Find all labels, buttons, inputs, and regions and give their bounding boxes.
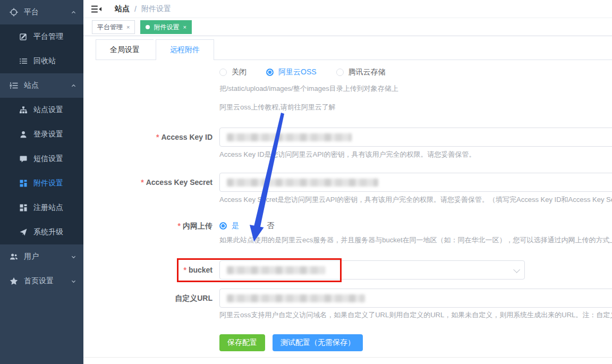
sidebar-item-site-settings[interactable]: 站点设置 (0, 98, 83, 122)
sidebar-section-platform[interactable]: 平台 (0, 0, 83, 24)
sidebar-section-site[interactable]: 站点 (0, 73, 83, 98)
message-icon (19, 155, 28, 163)
sidebar-item-label: 系统升级 (33, 227, 63, 237)
sidebar-item-label: 站点设置 (33, 105, 63, 115)
user-icon (19, 130, 28, 139)
tab-bar: 全局设置 远程附件 (96, 39, 612, 60)
tag-attachment-settings[interactable]: 附件设置 × (140, 20, 191, 34)
active-dot (146, 25, 150, 29)
access-key-secret-label: *Access Key Secret (83, 173, 212, 192)
tags-view-bar: 平台管理 × 附件设置 × (83, 19, 612, 36)
redacted-value (227, 133, 352, 141)
intranet-upload-help: 如果此站点使用的是阿里云ecs服务器，并且服务器与bucket在同一地区（如：同… (219, 235, 612, 245)
radio-icon (219, 222, 227, 230)
sidebar-item-register-site[interactable]: 注册站点 (0, 196, 83, 220)
access-key-id-input[interactable] (219, 128, 612, 147)
required-asterisk: * (183, 266, 186, 274)
access-key-id-label: *Access Key ID (83, 128, 212, 147)
radio-icon (219, 69, 227, 76)
chevron-up-icon (71, 10, 76, 15)
chevron-down-icon (513, 266, 520, 273)
radio-label: 腾讯云存储 (348, 67, 386, 77)
sidebar-item-sms-settings[interactable]: 短信设置 (0, 147, 83, 171)
tag-label: 附件设置 (154, 23, 179, 32)
hamburger-icon[interactable] (91, 5, 102, 13)
radio-no[interactable]: 否 (267, 221, 274, 231)
breadcrumb: 站点 / 附件设置 (115, 4, 171, 14)
tag-label: 平台管理 (97, 23, 123, 32)
access-key-secret-input[interactable] (219, 173, 612, 192)
redacted-value (227, 179, 378, 187)
bucket-label: *bucket (83, 260, 212, 280)
sidebar-section-label: 首页设置 (24, 276, 54, 286)
tab-global-settings[interactable]: 全局设置 (96, 39, 154, 60)
access-key-secret-help: Access Key Secret是您访问阿里云API的密钥，具有该用户完全的权… (219, 195, 612, 205)
sidebar-item-label: 登录设置 (33, 130, 63, 139)
sitemap-icon (19, 106, 28, 114)
main-content: 站点 / 附件设置 平台管理 × 附件设置 × 全局设置 远程附件 关闭 (83, 0, 612, 364)
save-config-button[interactable]: 保存配置 (219, 334, 265, 351)
access-key-id-help: Access Key ID是您访问阿里云API的密钥，具有该用户完全的权限。请您… (219, 150, 475, 159)
custom-url-input[interactable] (219, 289, 612, 308)
sidebar-item-login-settings[interactable]: 登录设置 (0, 122, 83, 147)
breadcrumb-site[interactable]: 站点 (115, 4, 130, 14)
storage-hint-1: 把/static/upload/images/整个images目录上传到对象存储… (219, 84, 398, 94)
custom-url-help: 阿里云oss支持用户自定义访问域名，如果自定义了URL则用自定义的URL，如果未… (219, 310, 612, 320)
site-list-icon (10, 81, 18, 90)
close-icon[interactable]: × (183, 24, 186, 30)
edit-icon (19, 32, 28, 41)
sidebar: 平台 平台管理 回收站 站点 站点设置 登录设置 短信 (0, 0, 83, 364)
radio-label: 是 (232, 221, 239, 231)
tag-platform-manage[interactable]: 平台管理 × (92, 20, 135, 34)
radio-tencent-cos[interactable]: 腾讯云存储 (336, 67, 386, 77)
custom-url-label: 自定义URL (83, 289, 212, 308)
breadcrumb-separator: / (134, 5, 137, 13)
sidebar-item-label: 注册站点 (33, 203, 63, 213)
radio-icon (336, 69, 344, 76)
radio-label: 否 (267, 221, 274, 231)
required-asterisk: * (141, 178, 143, 187)
radio-icon (266, 69, 274, 76)
radio-close[interactable]: 关闭 (219, 67, 246, 77)
star-icon (10, 277, 18, 285)
platform-icon (10, 8, 18, 16)
sidebar-item-label: 回收站 (33, 56, 56, 66)
sidebar-item-label: 附件设置 (33, 179, 63, 188)
breadcrumb-attachment-settings: 附件设置 (141, 4, 171, 14)
sidebar-item-platform-manage[interactable]: 平台管理 (0, 24, 83, 49)
tab-label: 全局设置 (110, 45, 140, 55)
chevron-down-icon (71, 255, 76, 259)
sidebar-item-label: 平台管理 (33, 32, 63, 41)
chevron-down-icon (71, 279, 76, 284)
sidebar-section-users[interactable]: 用户 (0, 244, 83, 269)
users-icon (10, 252, 18, 261)
storage-type-radio-group: 关闭 阿里云OSS 腾讯云存储 (219, 67, 386, 77)
paper-plane-icon (19, 228, 28, 236)
tab-remote-attachments[interactable]: 远程附件 (156, 39, 214, 60)
grid-icon (19, 204, 28, 212)
storage-hint-2: 阿里云oss上传教程,请前往阿里云了解 (219, 103, 336, 112)
chevron-up-icon (71, 83, 76, 88)
radio-label: 关闭 (232, 67, 246, 77)
required-asterisk: * (178, 222, 181, 230)
tab-label: 远程附件 (170, 45, 200, 55)
sidebar-item-attachment-settings[interactable]: 附件设置 (0, 171, 83, 196)
test-config-button[interactable]: 测试配置（无需保存） (273, 334, 363, 351)
list-icon (19, 57, 28, 65)
bucket-select[interactable] (219, 260, 525, 280)
sidebar-item-recycle-bin[interactable]: 回收站 (0, 49, 83, 73)
sidebar-section-label: 站点 (24, 81, 39, 90)
close-icon[interactable]: × (126, 24, 130, 30)
intranet-upload-radio-group: 是 否 (219, 216, 274, 235)
content-bottom-divider (83, 357, 612, 358)
sidebar-section-homepage-settings[interactable]: 首页设置 (0, 269, 83, 293)
radio-yes[interactable]: 是 (219, 221, 239, 231)
grid-icon (19, 179, 28, 188)
radio-aliyun-oss[interactable]: 阿里云OSS (266, 67, 317, 77)
redacted-value (227, 266, 325, 274)
sidebar-item-system-upgrade[interactable]: 系统升级 (0, 220, 83, 244)
navbar: 站点 / 附件设置 (83, 0, 612, 18)
redacted-value (227, 294, 365, 302)
required-asterisk: * (156, 133, 159, 141)
sidebar-section-label: 平台 (24, 7, 39, 17)
